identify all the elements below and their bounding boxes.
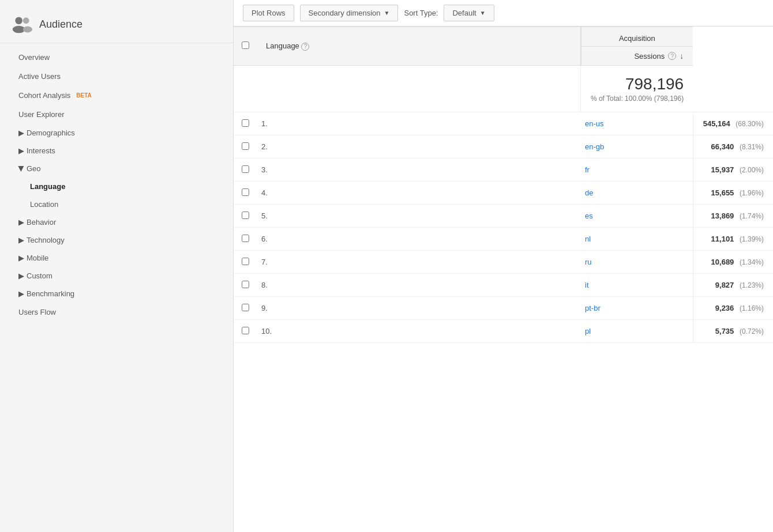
sidebar-item-custom-label: Custom (27, 271, 52, 280)
acquisition-column-header: Acquisition Sessions ? ↓ (580, 27, 693, 66)
sessions-help-icon[interactable]: ? (668, 52, 676, 60)
language-column-label: Language (266, 41, 299, 50)
row-checkbox-8[interactable] (242, 281, 249, 288)
sidebar-item-custom[interactable]: ▶ Custom (0, 267, 233, 285)
row-checkbox-3[interactable] (242, 165, 249, 173)
language-link-nl[interactable]: nl (585, 235, 591, 243)
sessions-pct: (1.39%) (740, 235, 764, 243)
total-row: 798,196 % of Total: 100.00% (798,196) (234, 66, 773, 112)
secondary-dimension-dropdown[interactable]: Secondary dimension ▼ (300, 5, 399, 21)
sessions-value: 13,869 (711, 212, 734, 220)
sort-type-label: Sort Type: (404, 9, 438, 17)
row-language: ru (580, 251, 693, 274)
row-checkbox-9[interactable] (242, 304, 249, 311)
sidebar-header: Audience (0, 6, 233, 43)
table-row: 7. ru 10,689 (1.34%) (234, 251, 773, 274)
sidebar-item-benchmarking[interactable]: ▶ Benchmarking (0, 285, 233, 303)
table-row: 2. en-gb 66,340 (8.31%) (234, 135, 773, 159)
sidebar-item-user-explorer[interactable]: User Explorer (0, 105, 233, 124)
row-sessions: 5,735 (0.72%) (693, 320, 773, 343)
row-checkbox-1[interactable] (242, 119, 249, 127)
table-row: 3. fr 15,937 (2.00%) (234, 159, 773, 182)
language-link-pt-br[interactable]: pt-br (585, 304, 601, 312)
row-checkbox-5[interactable] (242, 212, 249, 219)
row-checkbox-6[interactable] (242, 235, 249, 242)
row-sessions: 66,340 (8.31%) (693, 135, 773, 159)
sidebar-item-behavior[interactable]: ▶ Behavior (0, 213, 233, 231)
sort-arrow-icon: ↓ (680, 51, 684, 61)
sidebar-item-overview[interactable]: Overview (0, 48, 233, 67)
sidebar-item-users-flow[interactable]: Users Flow (0, 303, 233, 322)
sidebar-item-cohort-analysis-label: Cohort Analysis (18, 91, 70, 100)
sessions-value: 11,101 (711, 235, 734, 243)
row-checkbox-cell (234, 135, 257, 159)
custom-arrow-icon: ▶ (18, 271, 24, 280)
acquisition-label: Acquisition Sessions ? ↓ (581, 27, 693, 65)
row-language: es (580, 205, 693, 228)
demographics-arrow-icon: ▶ (18, 129, 24, 137)
row-sessions: 11,101 (1.39%) (693, 228, 773, 251)
benchmarking-arrow-icon: ▶ (18, 289, 24, 298)
sidebar-item-language[interactable]: Language (0, 178, 233, 195)
row-number: 5. (257, 205, 580, 228)
sidebar-item-cohort-analysis[interactable]: Cohort Analysis BETA (0, 86, 233, 105)
row-number: 3. (257, 159, 580, 182)
sort-type-value: Default (452, 9, 476, 17)
language-link-ru[interactable]: ru (585, 258, 592, 266)
row-language: en-us (580, 112, 693, 135)
sessions-pct: (0.72%) (740, 327, 764, 335)
language-link-en-us[interactable]: en-us (585, 119, 604, 128)
row-checkbox-7[interactable] (242, 258, 249, 265)
table-row: 4. de 15,655 (1.96%) (234, 182, 773, 205)
total-label-cell (257, 66, 580, 112)
row-number: 6. (257, 228, 580, 251)
sessions-pct: (1.23%) (740, 281, 764, 289)
sessions-pct: (1.96%) (740, 189, 764, 197)
language-link-de[interactable]: de (585, 188, 593, 197)
language-link-fr[interactable]: fr (585, 165, 590, 174)
language-link-it[interactable]: it (585, 281, 589, 289)
language-link-pl[interactable]: pl (585, 327, 591, 335)
plot-rows-button[interactable]: Plot Rows (243, 5, 294, 21)
row-checkbox-10[interactable] (242, 327, 249, 334)
row-checkbox-2[interactable] (242, 142, 249, 150)
sessions-value: 10,689 (711, 258, 734, 266)
row-language: fr (580, 159, 693, 182)
sidebar-item-technology[interactable]: ▶ Technology (0, 231, 233, 249)
sidebar-item-overview-label: Overview (18, 53, 50, 62)
svg-point-2 (23, 17, 29, 24)
sidebar-item-active-users[interactable]: Active Users (0, 67, 233, 86)
table-row: 8. it 9,827 (1.23%) (234, 274, 773, 297)
table-row: 1. en-us 545,164 (68.30%) (234, 112, 773, 135)
sidebar-item-mobile[interactable]: ▶ Mobile (0, 249, 233, 267)
row-language: it (580, 274, 693, 297)
row-checkbox-cell (234, 182, 257, 205)
language-link-en-gb[interactable]: en-gb (585, 142, 604, 151)
data-table-wrapper: Language ? Acquisition Sessions ? ↓ (234, 27, 773, 532)
sessions-value: 66,340 (711, 142, 734, 151)
sort-type-dropdown[interactable]: Default ▼ (444, 5, 494, 21)
secondary-dimension-caret-icon: ▼ (384, 10, 390, 16)
sidebar-item-demographics[interactable]: ▶ Demographics (0, 124, 233, 142)
row-number: 1. (257, 112, 580, 135)
interests-arrow-icon: ▶ (18, 146, 24, 155)
row-checkbox-cell (234, 205, 257, 228)
language-help-icon[interactable]: ? (301, 43, 309, 51)
sidebar-item-interests[interactable]: ▶ Interests (0, 142, 233, 160)
select-all-checkbox[interactable] (242, 41, 249, 49)
sidebar-item-mobile-label: Mobile (27, 254, 48, 262)
table-row: 6. nl 11,101 (1.39%) (234, 228, 773, 251)
sidebar-item-geo[interactable]: ▶ Geo (0, 160, 233, 178)
row-language: nl (580, 228, 693, 251)
row-checkbox-4[interactable] (242, 188, 249, 196)
total-sessions-value: 798,196 (590, 75, 684, 93)
row-number: 7. (257, 251, 580, 274)
sidebar-nav: Overview Active Users Cohort Analysis BE… (0, 48, 233, 322)
total-sessions-pct: % of Total: 100.00% (798,196) (590, 95, 684, 103)
row-language: pl (580, 320, 693, 343)
sidebar-item-location[interactable]: Location (0, 195, 233, 213)
language-link-es[interactable]: es (585, 212, 593, 220)
mobile-arrow-icon: ▶ (18, 254, 24, 262)
row-checkbox-cell (234, 228, 257, 251)
sessions-subheader: Sessions ? ↓ (581, 47, 693, 65)
